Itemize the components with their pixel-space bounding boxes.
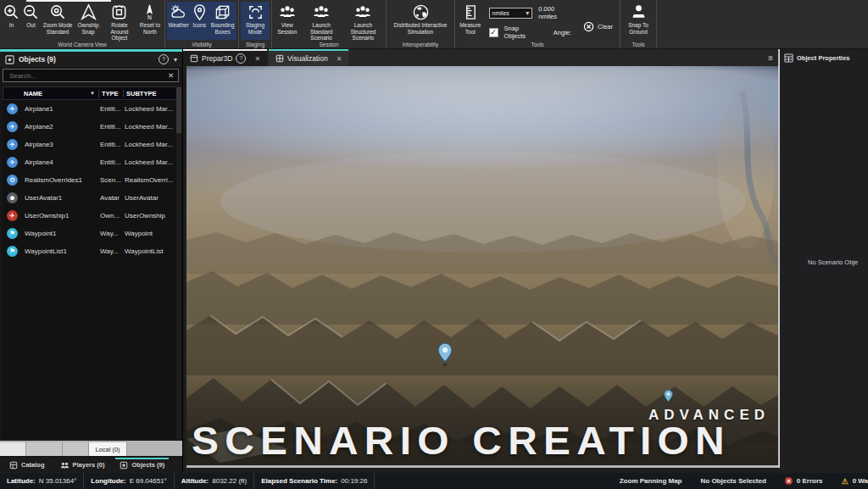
warnings-status[interactable]: ⚠0 Wa [832,477,868,486]
weather-toggle-button[interactable]: Weather [167,2,190,30]
cell-s: Lockheed Mar... [122,141,177,148]
selection-status-text: No Objects Selected [692,477,776,485]
object-properties-header: Object Properties [780,49,868,67]
status-bar: Latitude:N 35.01364° Longitude:E 69.0465… [0,473,868,489]
close-tab-icon[interactable]: ✕ [254,55,260,63]
column-header-subtype[interactable]: SUBTYPE [123,90,176,97]
user-avatar-icon: ☻ [7,192,18,203]
scope-subtab[interactable] [26,442,63,456]
waypoint-pin-marker-small[interactable] [663,389,674,404]
interaction-mode-text: Zoom Panning Map [610,477,692,485]
search-box: ✕ [3,69,179,82]
reset-to-north-button[interactable]: N Reset to North [137,2,163,36]
table-row[interactable]: ⚑WaypointList1Way...WaypointList [3,242,177,260]
object-table-body: ✈Airplane1Entiti...Lockheed Mar...✈Airpl… [3,100,177,439]
distributed-interactive-simulation-button[interactable]: Distributed Interactive Simulation [389,2,452,36]
staging-mode-button[interactable]: Staging Mode [241,2,270,36]
objects-panel-icon [5,55,14,64]
help-icon[interactable]: ? [159,54,169,64]
ownship-snap-button[interactable]: Ownship Snap [75,2,102,36]
sort-descending-icon: ▼ [90,91,95,96]
snap-to-ground-button[interactable]: Snap To Ground [623,2,654,36]
table-scrollbar[interactable] [176,86,181,439]
zoom-in-button[interactable]: In [2,2,21,30]
tab-prepar3d[interactable]: Prepar3D ? ✕ [183,49,267,66]
scope-subtab[interactable] [63,442,89,456]
tab-list-menu-icon[interactable]: ≡ [768,53,773,63]
cell-n: UserOwnship1 [25,212,97,219]
measure-tool-button[interactable]: Measure Tool [457,2,484,36]
zoom-mode-standard-button[interactable]: Zoom Mode Standard [41,2,75,36]
measured-distance-value: 0.000 nmiles [538,5,571,20]
column-header-type[interactable]: TYPE [98,90,123,97]
cell-t: Entiti... [97,123,122,131]
tab-objects[interactable]: Objects (9) [114,458,170,472]
bounding-boxes-toggle-button[interactable]: Bounding Boxes [209,2,236,36]
rotate-around-object-icon [110,3,128,22]
zoom-mode-icon [49,3,67,22]
zoom-out-button[interactable]: Out [21,2,41,30]
group-label: Visibility [165,42,238,47]
cell-t: Entiti... [97,105,122,113]
table-row[interactable]: ✈Airplane1Entiti...Lockheed Mar... [3,100,177,118]
table-row[interactable]: ✈Airplane3Entiti...Lockheed Mar... [3,136,177,153]
cell-t: Entiti... [97,141,122,148]
tab-visualization[interactable]: Visualization ✕ [269,49,348,66]
viewport-bottom-border [186,465,778,468]
scope-subtab[interactable] [0,442,26,456]
world-viewport[interactable]: ADVANCED SCENARIO CREATION [186,66,778,468]
altitude-readout: Altitude:8032.22 (ft) [175,473,254,489]
tab-players[interactable]: Players (0) [54,458,111,472]
app-window: In Out Zoom Mode Standard Ownship Snap R… [0,0,868,489]
view-session-button[interactable]: View Session [274,2,301,36]
ownship-snap-icon [80,3,97,22]
clear-circle-x-icon [583,21,594,32]
waypoint-list-icon: ⚑ [7,246,18,257]
search-input[interactable] [8,71,168,81]
people-group-icon [353,3,372,22]
cell-s: UserAvatar [122,194,177,202]
cell-t: Way... [97,247,122,255]
ribbon-group-tools: Measure Tool nmiles ▾ 0.000 nmiles ✓ Sna… [455,0,620,48]
table-row[interactable]: ⚑Waypoint1Way...Waypoint [3,225,177,242]
object-table-header: NAME▼ TYPE SUBTYPE [3,86,177,100]
clear-search-icon[interactable]: ✕ [168,71,174,80]
chevron-down-icon[interactable]: ▾ [174,56,177,64]
weather-icon [170,3,187,22]
table-row[interactable]: ✈Airplane4Entiti...Lockheed Mar... [3,153,177,171]
table-row[interactable]: ⚙RealismOverrides1Scen...RealismOverri..… [3,171,177,189]
cell-s: WaypointList [122,247,177,255]
launch-standard-scenario-button[interactable]: Launch Standard Scenario [301,2,342,42]
column-header-name[interactable]: NAME▼ [3,90,98,97]
realism-overrides-icon: ⚙ [7,175,18,186]
properties-grid-icon [784,53,793,63]
object-properties-panel: Object Properties No Scenario Obje [780,49,868,472]
scope-subtab-local[interactable]: Local (0) [89,442,127,456]
close-tab-icon[interactable]: ✕ [337,55,342,63]
table-row[interactable]: ✈UserOwnship1Own...UserOwnship [3,207,177,225]
airplane-icon: ✈ [7,139,18,150]
waypoint-pin-marker[interactable] [436,342,454,368]
measure-units-dropdown[interactable]: nmiles ▾ [489,8,533,19]
objects-panel-header: Objects (9) ? ▾ [0,52,182,67]
snap-objects-checkbox[interactable]: ✓ [489,28,498,37]
errors-status[interactable]: ✕0 Errors [776,477,832,485]
tab-catalog[interactable]: Catalog [3,458,51,472]
zoom-in-icon [3,3,20,22]
table-row[interactable]: ✈Airplane2Entiti...Lockheed Mar... [3,118,177,136]
clear-measure-button[interactable]: Clear [583,21,613,32]
rotate-around-object-button[interactable]: Rotate Around Object [102,2,137,42]
cell-n: Airplane1 [25,105,97,113]
table-row[interactable]: ☻UserAvatar1AvatarUserAvatar [3,189,177,207]
icons-toggle-button[interactable]: Icons [190,2,209,30]
cell-n: Airplane4 [25,158,97,166]
ribbon-toolbar: In Out Zoom Mode Standard Ownship Snap R… [0,0,868,49]
group-label: World Camera View [0,42,164,47]
launch-structured-scenario-button[interactable]: Launch Structured Scenario [342,2,384,42]
cell-t: Way... [97,230,122,237]
cell-n: WaypointList1 [25,247,97,255]
help-icon[interactable]: ? [236,53,246,64]
scrollbar-thumb[interactable] [176,87,181,133]
globe-icon [412,3,430,22]
cell-n: UserAvatar1 [25,194,97,202]
